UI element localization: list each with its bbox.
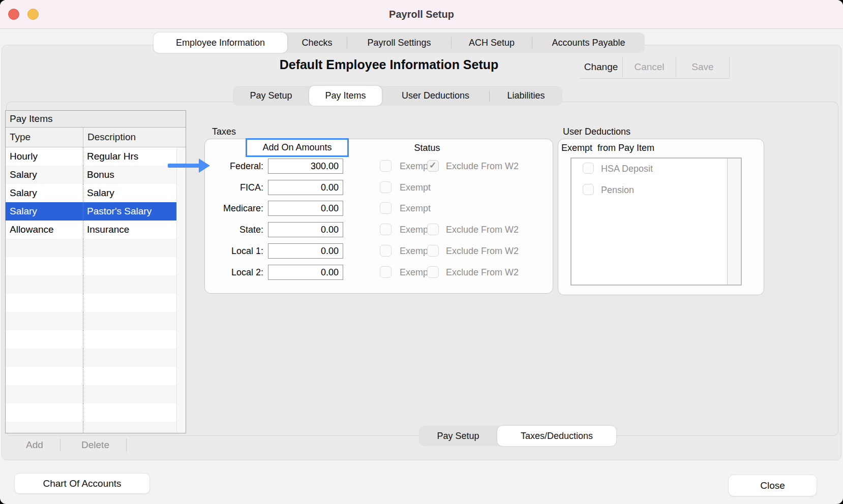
cell-description: Insurance xyxy=(83,220,177,239)
table-row[interactable]: Salary Salary xyxy=(6,184,177,202)
cell-description: Bonus xyxy=(83,166,177,184)
local1-amount-input[interactable] xyxy=(268,243,343,259)
subtab-liabilities[interactable]: Liabilities xyxy=(490,86,562,106)
cell-description: Pastor's Salary xyxy=(83,202,177,220)
local2-amount-input[interactable] xyxy=(268,265,343,280)
column-header-description[interactable]: Description xyxy=(83,128,186,147)
cell-type: Salary xyxy=(6,184,83,202)
table-row-selected[interactable]: Salary Pastor's Salary xyxy=(6,202,177,220)
annotation-arrow-icon xyxy=(199,159,210,173)
subtab-pay-items[interactable]: Pay Items xyxy=(309,86,382,106)
table-row-empty xyxy=(6,312,177,330)
change-button[interactable]: Change xyxy=(580,57,623,77)
local2-exclude-w2-label: Exclude From W2 xyxy=(446,267,519,278)
save-button[interactable]: Save xyxy=(676,57,730,77)
hsa-deposit-label: HSA Deposit xyxy=(601,164,653,174)
table-row-empty xyxy=(6,294,177,312)
fica-exempt-checkbox[interactable] xyxy=(380,181,392,193)
pension-label: Pension xyxy=(601,185,634,196)
add-button[interactable]: Add xyxy=(10,437,59,453)
state-exempt-checkbox[interactable] xyxy=(380,224,392,235)
user-deductions-list: HSA Deposit Pension xyxy=(570,158,742,286)
state-exclude-w2-checkbox[interactable] xyxy=(427,224,439,235)
bottom-tab-pay-setup[interactable]: Pay Setup xyxy=(419,426,497,446)
table-row-empty xyxy=(6,275,177,294)
add-on-amounts-header: Add On Amounts xyxy=(246,138,349,157)
fica-exempt-label: Exempt xyxy=(400,182,431,193)
pay-items-table: Pay Items Type Description Hourly Regula… xyxy=(5,110,186,433)
medicare-exempt-checkbox[interactable] xyxy=(380,202,392,214)
exempt-from-pay-item-label: Exempt from Pay Item xyxy=(561,143,654,153)
medicare-amount-input[interactable] xyxy=(268,201,343,216)
local2-exclude-w2-checkbox[interactable] xyxy=(427,266,439,278)
cell-description: Regular Hrs xyxy=(83,147,177,166)
table-row-empty xyxy=(6,257,177,275)
table-row-empty xyxy=(6,367,177,385)
medicare-label: Medicare: xyxy=(204,203,263,214)
header-action-buttons: Change Cancel Save xyxy=(580,57,730,79)
annotation-arrow-icon xyxy=(168,164,199,168)
hsa-deposit-checkbox[interactable] xyxy=(583,163,594,174)
table-row-empty xyxy=(6,239,177,257)
table-row-empty xyxy=(6,403,177,422)
payroll-setup-window: Payroll Setup Employee Information Check… xyxy=(0,0,843,504)
button-divider xyxy=(126,438,127,452)
subtab-user-deductions[interactable]: User Deductions xyxy=(382,86,489,106)
federal-exclude-w2-label: Exclude From W2 xyxy=(446,161,519,172)
pay-items-table-title: Pay Items xyxy=(6,111,186,128)
federal-exclude-w2-checkbox[interactable] xyxy=(427,160,439,172)
local1-exempt-checkbox[interactable] xyxy=(380,245,392,257)
table-row[interactable]: Salary Bonus xyxy=(6,166,177,184)
state-exempt-label: Exempt xyxy=(400,225,431,235)
list-scrollbar[interactable] xyxy=(727,159,741,285)
tab-employee-information[interactable]: Employee Information xyxy=(154,33,287,53)
taxes-section-label: Taxes xyxy=(212,127,236,137)
local2-exempt-checkbox[interactable] xyxy=(380,266,392,278)
local2-exempt-label: Exempt xyxy=(400,267,431,278)
delete-button[interactable]: Delete xyxy=(66,437,125,453)
federal-exempt-label: Exempt xyxy=(400,161,431,172)
table-scrollbar[interactable] xyxy=(176,147,186,433)
local1-exempt-label: Exempt xyxy=(400,246,431,257)
local1-exclude-w2-label: Exclude From W2 xyxy=(446,246,519,257)
cell-type: Salary xyxy=(6,202,83,220)
state-exclude-w2-label: Exclude From W2 xyxy=(446,225,519,235)
fica-amount-input[interactable] xyxy=(268,180,343,195)
main-tab-bar: Employee Information Checks Payroll Sett… xyxy=(154,33,645,53)
cell-type: Hourly xyxy=(6,147,83,166)
local2-label: Local 2: xyxy=(204,267,263,278)
employee-info-sub-tabs: Pay Setup Pay Items User Deductions Liab… xyxy=(233,86,562,106)
column-header-type[interactable]: Type xyxy=(6,128,83,147)
state-amount-input[interactable] xyxy=(268,222,343,237)
pay-items-column-headers: Type Description xyxy=(6,128,186,147)
cancel-button[interactable]: Cancel xyxy=(623,57,676,77)
tab-accounts-payable[interactable]: Accounts Payable xyxy=(532,33,645,53)
cell-type: Allowance xyxy=(6,220,83,239)
table-row-empty xyxy=(6,422,177,433)
table-row-empty xyxy=(6,330,177,349)
bottom-tab-taxes-deductions[interactable]: Taxes/Deductions xyxy=(497,426,616,446)
medicare-exempt-label: Exempt xyxy=(400,203,431,214)
pension-checkbox[interactable] xyxy=(583,184,594,195)
taxes-deductions-tab-bar: Pay Setup Taxes/Deductions xyxy=(419,426,616,446)
tab-checks[interactable]: Checks xyxy=(287,33,347,53)
table-row[interactable]: Hourly Regular Hrs xyxy=(6,147,177,166)
titlebar: Payroll Setup xyxy=(0,0,843,29)
user-deductions-section-label: User Deductions xyxy=(563,127,630,137)
local1-label: Local 1: xyxy=(204,246,263,257)
tab-payroll-settings[interactable]: Payroll Settings xyxy=(347,33,451,53)
window-title: Payroll Setup xyxy=(0,0,843,28)
cell-description: Salary xyxy=(83,184,177,202)
subtab-pay-setup[interactable]: Pay Setup xyxy=(233,86,309,106)
cell-type: Salary xyxy=(6,166,83,184)
chart-of-accounts-button[interactable]: Chart Of Accounts xyxy=(14,473,150,494)
table-row-empty xyxy=(6,385,177,403)
tab-ach-setup[interactable]: ACH Setup xyxy=(451,33,532,53)
local1-exclude-w2-checkbox[interactable] xyxy=(427,245,439,257)
federal-exempt-checkbox[interactable] xyxy=(380,160,392,172)
state-label: State: xyxy=(204,225,263,235)
pay-items-rows: Hourly Regular Hrs Salary Bonus Salary S… xyxy=(6,147,186,433)
federal-amount-input[interactable] xyxy=(268,159,343,174)
table-row[interactable]: Allowance Insurance xyxy=(6,220,177,239)
close-button[interactable]: Close xyxy=(728,475,817,496)
